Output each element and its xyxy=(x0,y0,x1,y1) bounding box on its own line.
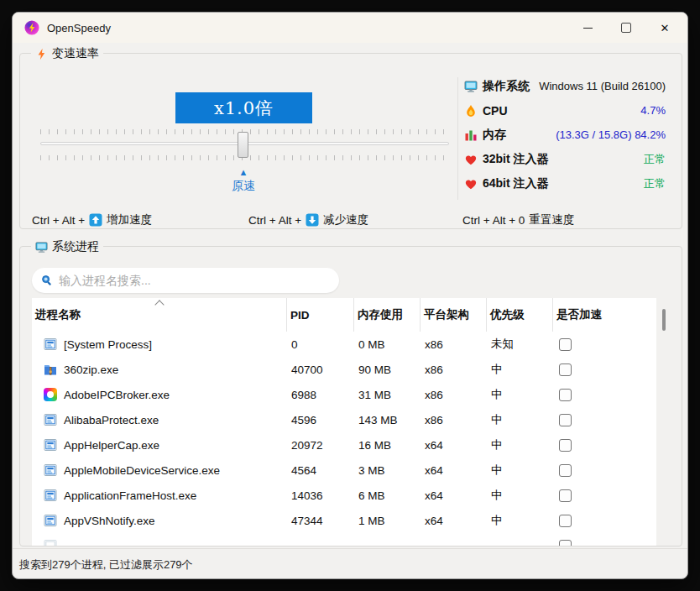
origin-speed-marker: ▲ 原速 xyxy=(176,166,311,194)
process-name-cell: AppleMobileDeviceService.exe xyxy=(32,458,287,483)
accelerate-checkbox[interactable] xyxy=(559,540,572,547)
search-input[interactable] xyxy=(57,273,339,288)
memory-cell: 143 MB xyxy=(354,407,421,432)
accelerate-checkbox[interactable] xyxy=(559,338,572,351)
priority-cell: 中 xyxy=(487,483,553,508)
memory-cell: 3 MB xyxy=(354,458,421,483)
default-light-icon xyxy=(44,539,57,546)
column-header[interactable]: 优先级 xyxy=(487,298,553,332)
window-title: OpenSpeedy xyxy=(47,22,111,34)
system-info-list: 操作系统Windows 11 (Build 26100)CPU4.7%内存(13… xyxy=(464,74,666,196)
table-row[interactable]: AppleMobileDeviceService.exe45643 MBx64中 xyxy=(32,458,656,483)
arch-cell: x86 xyxy=(421,332,487,357)
monitor-icon xyxy=(464,80,478,93)
system-info-value: 正常 xyxy=(644,152,666,167)
system-info-label: 内存 xyxy=(483,128,506,143)
pid-cell: 6988 xyxy=(287,382,354,407)
maximize-icon xyxy=(621,23,631,33)
memory-cell: 90 MB xyxy=(354,357,421,382)
heart-icon xyxy=(464,177,478,191)
accelerate-cell xyxy=(553,382,656,407)
table-row[interactable]: ApplicationFrameHost.exe140366 MBx64中 xyxy=(32,483,656,508)
system-info-label: 32bit 注入器 xyxy=(483,152,549,167)
adobe-icon xyxy=(44,388,57,401)
shortcut-keys: Ctrl + Alt + xyxy=(32,214,85,227)
speed-slider[interactable] xyxy=(40,128,449,163)
accelerate-checkbox[interactable] xyxy=(559,389,572,401)
accelerate-cell xyxy=(553,483,656,508)
column-header[interactable]: 平台架构 xyxy=(421,298,487,332)
vertical-divider xyxy=(457,77,458,200)
flame-icon xyxy=(464,104,478,118)
process-name: AdobeIPCBroker.exe xyxy=(64,389,170,401)
table-row[interactable]: [System Process]00 MBx86未知 xyxy=(32,332,656,357)
priority-cell: 中 xyxy=(487,407,553,432)
memory-cell: 16 MB xyxy=(354,432,421,458)
priority-cell: 中 xyxy=(487,382,553,407)
minimize-button[interactable] xyxy=(568,13,607,43)
arch-cell: x86 xyxy=(421,357,487,382)
pid-cell: 0 xyxy=(287,332,354,357)
system-info-value: (13.3G / 15.8G) 84.2% xyxy=(556,128,666,141)
window-controls: ✕ xyxy=(568,13,684,43)
arch-cell: x64 xyxy=(421,508,487,533)
slider-handle[interactable] xyxy=(238,132,248,158)
accelerate-cell xyxy=(553,407,656,432)
column-header[interactable]: 内存使用 xyxy=(354,298,421,332)
accelerate-checkbox[interactable] xyxy=(559,363,572,376)
shortcut-hint: Ctrl + Alt +增加速度 xyxy=(32,212,152,228)
table-row[interactable] xyxy=(32,533,656,546)
table-row[interactable]: AppVShNotify.exe473441 MBx64中 xyxy=(32,508,656,533)
arch-cell: x86 xyxy=(421,407,487,432)
system-info-value: 4.7% xyxy=(640,104,666,117)
accelerate-checkbox[interactable] xyxy=(559,464,572,477)
monitor-icon xyxy=(35,241,48,254)
priority-cell: 中 xyxy=(487,458,553,483)
system-info-row: 内存(13.3G / 15.8G) 84.2% xyxy=(464,123,666,147)
accelerate-checkbox[interactable] xyxy=(559,439,572,452)
column-header[interactable]: 是否加速 xyxy=(553,298,656,332)
process-name-cell xyxy=(32,533,287,546)
memory-cell: 0 MB xyxy=(354,332,421,357)
accelerate-checkbox[interactable] xyxy=(559,489,572,502)
accelerate-checkbox[interactable] xyxy=(559,515,572,527)
process-name-cell: AppHelperCap.exe xyxy=(32,432,287,458)
origin-speed-label: 原速 xyxy=(176,178,311,194)
default-icon xyxy=(44,413,57,426)
process-name: AppHelperCap.exe xyxy=(64,439,159,452)
shortcut-hint: Ctrl + Alt +减少速度 xyxy=(248,212,368,228)
accelerate-cell xyxy=(553,533,656,546)
maximize-button[interactable] xyxy=(607,13,645,43)
scrollbar-thumb[interactable] xyxy=(662,309,666,331)
arrow-up-icon xyxy=(89,213,102,227)
priority-cell: 中 xyxy=(487,357,553,382)
speed-section-header: 变速速率 xyxy=(31,45,103,62)
pid-cell: 47344 xyxy=(287,508,354,533)
shortcut-hint: Ctrl + Alt + 0重置速度 xyxy=(462,212,574,228)
status-text: 搜索到279个进程, 已过滤展示279个 xyxy=(19,557,193,573)
process-name-cell: [System Process] xyxy=(32,332,287,357)
process-name-cell: ApplicationFrameHost.exe xyxy=(32,483,287,508)
pid-cell: 14036 xyxy=(287,483,354,508)
origin-triangle-icon: ▲ xyxy=(176,166,311,178)
column-header[interactable]: PID xyxy=(287,298,354,332)
close-icon: ✕ xyxy=(661,23,670,34)
process-name: AppleMobileDeviceService.exe xyxy=(64,464,220,477)
priority-cell: 未知 xyxy=(487,332,553,357)
system-info-label: 操作系统 xyxy=(483,79,530,94)
process-name: [System Process] xyxy=(64,338,152,351)
close-button[interactable]: ✕ xyxy=(645,13,684,43)
default-icon xyxy=(44,489,57,502)
arch-cell: x64 xyxy=(421,432,487,458)
table-row[interactable]: AlibabaProtect.exe4596143 MBx86中 xyxy=(32,407,656,432)
process-name: 360zip.exe xyxy=(64,363,118,376)
process-section: 系统进程 进程名称PID内存使用平台架构优先级是否加速 [System Proc… xyxy=(19,246,682,547)
priority-cell: 中 xyxy=(487,508,553,533)
search-box[interactable] xyxy=(32,268,339,293)
accelerate-checkbox[interactable] xyxy=(559,414,572,426)
system-info-row: 操作系统Windows 11 (Build 26100) xyxy=(464,74,666,98)
shortcut-label: 减少速度 xyxy=(323,212,368,228)
table-row[interactable]: AdobeIPCBroker.exe698831 MBx86中 xyxy=(32,382,656,407)
table-row[interactable]: 360zip.exe4070090 MBx86中 xyxy=(32,357,656,382)
table-row[interactable]: AppHelperCap.exe2097216 MBx64中 xyxy=(32,432,656,458)
